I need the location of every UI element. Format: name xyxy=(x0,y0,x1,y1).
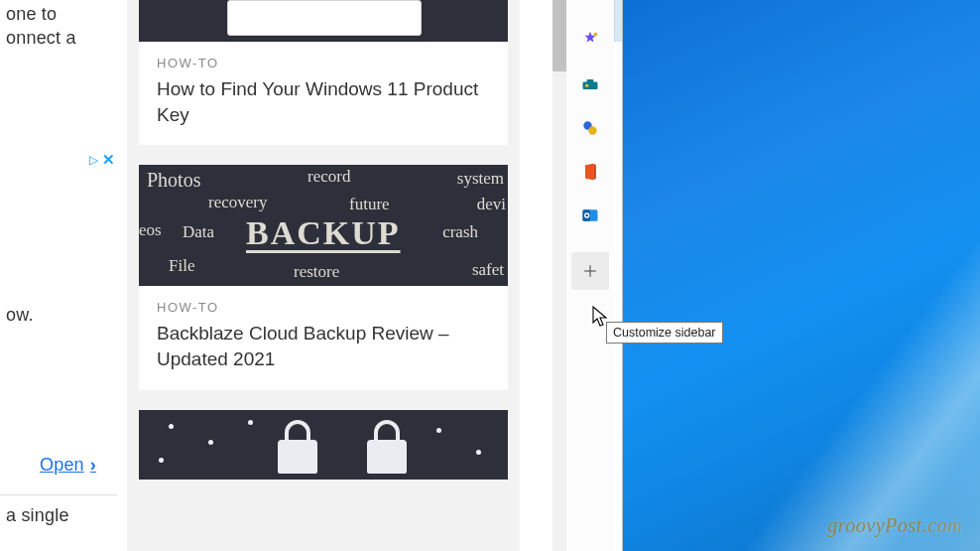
svg-point-5 xyxy=(588,126,596,134)
chalk-word: future xyxy=(349,195,390,214)
decorative-dots xyxy=(139,410,508,480)
outlook-icon[interactable] xyxy=(577,203,603,228)
window-right-edge xyxy=(614,42,622,551)
scrollbar-thumb[interactable] xyxy=(552,0,566,71)
article-thumbnail xyxy=(139,0,508,42)
browser-window: one to onnect a ow. Open › a single ▷ ✕ xyxy=(0,0,623,551)
chalk-word: recovery xyxy=(208,193,267,212)
mouse-cursor xyxy=(592,306,610,330)
scrollbar-track[interactable] xyxy=(552,0,566,551)
watermark-text: groovyPost.com xyxy=(827,514,962,537)
article-thumbnail xyxy=(139,410,508,480)
svg-rect-2 xyxy=(587,79,594,82)
office-icon[interactable] xyxy=(577,159,603,185)
tab-strip-edge xyxy=(614,0,622,42)
article-category: HOW-TO xyxy=(157,300,490,315)
ad-open-label: Open xyxy=(40,453,84,477)
chalk-word: Photos xyxy=(147,169,200,192)
related-articles-column: HOW-TO How to Find Your Windows 11 Produ… xyxy=(127,0,520,551)
adchoices-icon[interactable]: ▷ xyxy=(89,153,98,167)
tools-icon[interactable] xyxy=(577,71,603,97)
copilot-icon[interactable] xyxy=(577,28,603,54)
chalk-word: File xyxy=(169,256,194,276)
chalk-word: devi xyxy=(477,195,506,214)
chevron-right-icon: › xyxy=(90,453,96,477)
article-title: How to Find Your Windows 11 Product Key xyxy=(157,76,490,127)
body-text-fragment: ow. xyxy=(6,303,113,327)
article-card[interactable]: Photos record system recovery future dev… xyxy=(139,165,508,389)
chalk-word: record xyxy=(307,167,350,187)
page-content: one to onnect a ow. Open › a single ▷ ✕ xyxy=(0,0,546,551)
chalk-word: restore xyxy=(294,262,339,282)
svg-point-0 xyxy=(594,33,598,37)
desktop-wallpaper: groovyPost.com xyxy=(613,0,980,551)
ad-open-link[interactable]: Open › xyxy=(40,453,96,477)
svg-point-9 xyxy=(585,214,588,217)
article-thumbnail: Photos record system recovery future dev… xyxy=(139,165,508,286)
tooltip: Customize sidebar xyxy=(606,322,723,344)
chalk-word: eos xyxy=(139,220,162,240)
ad-info-controls: ▷ ✕ xyxy=(89,151,115,169)
chalk-word: crash xyxy=(442,222,478,242)
chalk-word: safet xyxy=(472,260,504,280)
article-card[interactable] xyxy=(139,410,508,480)
edge-sidebar xyxy=(566,0,614,551)
chalk-word: Data xyxy=(183,222,214,242)
customize-sidebar-button[interactable] xyxy=(571,252,609,290)
article-title: Backblaze Cloud Backup Review – Updated … xyxy=(157,321,490,371)
body-text-fragment: a single xyxy=(0,494,117,527)
body-text-fragment: one to onnect a xyxy=(6,2,113,51)
svg-rect-3 xyxy=(585,84,588,87)
games-icon[interactable] xyxy=(577,115,603,141)
chalk-word: system xyxy=(457,169,504,189)
svg-rect-1 xyxy=(583,82,598,90)
chalk-word-main: BACKUP xyxy=(246,214,401,252)
ad-close-icon[interactable]: ✕ xyxy=(102,151,115,169)
article-category: HOW-TO xyxy=(157,56,490,70)
article-card[interactable]: HOW-TO How to Find Your Windows 11 Produ… xyxy=(139,0,508,145)
plus-icon xyxy=(580,261,600,281)
